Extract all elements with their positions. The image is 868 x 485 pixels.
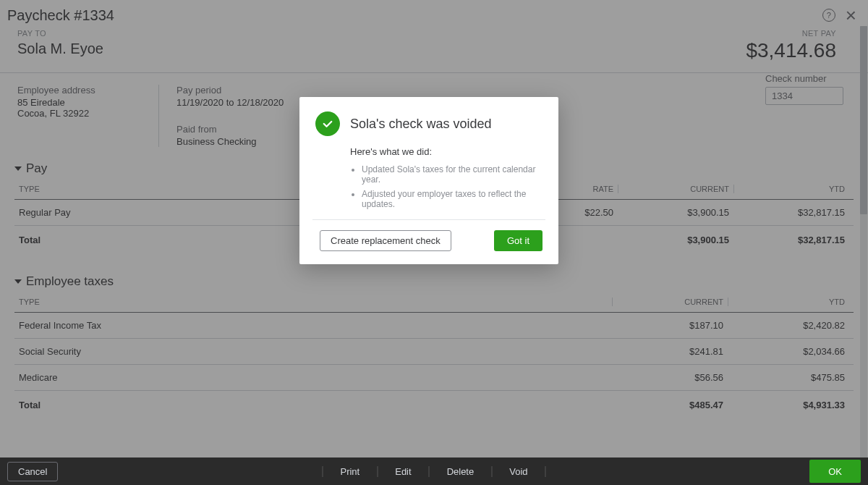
modal-subtitle: Here's what we did: <box>350 146 542 157</box>
modal-bullet: Adjusted your employer taxes to reflect … <box>362 189 542 209</box>
success-check-icon <box>315 111 340 136</box>
divider <box>312 219 545 220</box>
bottom-bar: Cancel Print Edit Delete Void OK <box>0 457 868 485</box>
void-button[interactable]: Void <box>492 466 545 477</box>
print-button[interactable]: Print <box>322 466 378 477</box>
edit-button[interactable]: Edit <box>378 466 429 477</box>
void-confirmation-modal: Sola's check was voided Here's what we d… <box>299 97 558 264</box>
delete-button[interactable]: Delete <box>430 466 493 477</box>
cancel-button[interactable]: Cancel <box>7 462 58 481</box>
modal-title: Sola's check was voided <box>350 117 492 132</box>
ok-button[interactable]: OK <box>809 460 861 483</box>
gotit-button[interactable]: Got it <box>494 230 542 251</box>
modal-bullet: Updated Sola's taxes for the current cal… <box>362 164 542 185</box>
create-replacement-button[interactable]: Create replacement check <box>320 230 451 251</box>
